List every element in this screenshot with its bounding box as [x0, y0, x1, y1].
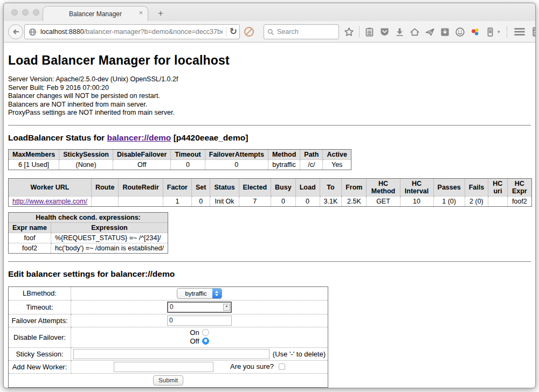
add-worker-input[interactable] — [114, 362, 213, 372]
bookmark-star-icon[interactable] — [344, 27, 354, 37]
col-failoverattempts: FailoverAttempts — [205, 149, 268, 159]
select-stepper-icon — [212, 289, 222, 298]
url-bar[interactable]: localhost:8880/balancer-manager?b=demo&n… — [24, 24, 240, 39]
url-divider — [226, 27, 226, 37]
edit-settings-heading: Edit balancer settings for balancer://de… — [8, 269, 531, 279]
number-spinner-icon[interactable]: ▲ — [223, 304, 230, 311]
browser-window: Balancer Manager × + localhost:8880/bala… — [3, 3, 536, 388]
search-icon — [267, 29, 274, 36]
reload-icon[interactable]: ↻ — [230, 27, 237, 36]
zoom-window-button[interactable] — [33, 9, 39, 16]
lbmethod-select[interactable]: bytraffic — [177, 288, 222, 299]
confirm-checkbox[interactable] — [279, 363, 285, 370]
failover-attempts-label: Failover Attempts: — [9, 314, 71, 327]
failover-off-radio[interactable] — [202, 338, 209, 345]
window-controls — [11, 9, 39, 16]
block-indicator-icon[interactable] — [244, 27, 254, 37]
failover-on-radio[interactable] — [202, 329, 209, 336]
table-row: http://www.example.com/ 1 0 Init Ok 7 0 … — [9, 196, 532, 206]
col-stickysession: StickySession — [59, 149, 113, 159]
col-path: Path — [300, 149, 323, 159]
downloads-icon[interactable] — [395, 27, 405, 37]
balancer-link[interactable]: balancer://demo — [107, 133, 171, 142]
search-bar — [264, 24, 339, 39]
send-icon[interactable] — [425, 27, 435, 37]
table-row: 6 [1 Used] (None) Off 0 0 bytraffic /c/ … — [9, 159, 351, 170]
sticky-session-input[interactable] — [73, 349, 270, 359]
menu-hamburger-icon[interactable] — [514, 27, 526, 37]
add-worker-label: Add New Worker: — [9, 360, 71, 373]
table-row: foof %{REQUEST_STATUS} =~ /^[234]/ — [9, 233, 168, 243]
worker-url-link[interactable]: http://www.example.com/ — [12, 198, 87, 205]
toolbar-separator — [359, 26, 360, 38]
col-timeout: Timeout — [171, 149, 205, 159]
col-maxmembers: MaxMembers — [9, 149, 59, 159]
disable-failover-label: Disable Failover: — [9, 327, 71, 347]
search-input[interactable] — [277, 28, 331, 36]
feedback-smiley-icon[interactable] — [455, 27, 465, 37]
pocket-icon[interactable] — [379, 27, 390, 37]
section-divider — [8, 125, 531, 126]
tab-balancer-manager[interactable]: Balancer Manager × — [43, 6, 148, 21]
balancer-settings-form: LBmethod: bytraffic Timeout: ▲ — [8, 286, 328, 388]
server-built: Server Built: Feb 9 2016 07:00:20 — [8, 84, 531, 93]
health-check-table: Health check cond. expressions: Expr nam… — [8, 212, 168, 254]
globe-icon — [29, 28, 37, 36]
page-content: Load Balancer Manager for localhost Serv… — [4, 43, 535, 388]
sticky-session-label: Sticky Session: — [9, 347, 71, 360]
page-title: Load Balancer Manager for localhost — [8, 53, 531, 68]
close-window-button[interactable] — [11, 9, 18, 16]
timeout-label: Timeout: — [9, 300, 71, 314]
confirm-label: Are you sure? — [230, 362, 274, 370]
navigation-toolbar: localhost:8880/balancer-manager?b=demo&n… — [4, 21, 535, 43]
health-table-title: Health check cond. expressions: — [9, 212, 168, 222]
clipboard-icon[interactable] — [364, 27, 375, 37]
failover-attempts-input[interactable] — [167, 316, 232, 326]
install-icon[interactable] — [440, 27, 450, 37]
off-label: Off — [190, 337, 199, 345]
tab-groups-icon[interactable] — [532, 26, 536, 37]
table-row: foof2 hc('body') =~ /domain is establish… — [9, 243, 168, 253]
section-divider — [8, 261, 531, 262]
worker-table: Worker URL Route RouteRedir Factor Set S… — [8, 178, 532, 207]
status-heading: LoadBalancer Status for balancer://demo … — [8, 133, 531, 143]
timeout-input[interactable] — [167, 302, 232, 313]
col-active: Active — [323, 149, 351, 159]
sticky-session-note: (Use '-' to delete) — [273, 350, 326, 358]
home-icon[interactable] — [410, 27, 420, 37]
col-disablefailover: DisableFailover — [113, 149, 170, 159]
notice-persist: Balancer changes will NOT be persisted o… — [8, 92, 531, 101]
balancer-status-table: MaxMembers StickySession DisableFailover… — [8, 149, 351, 170]
tab-title: Balancer Manager — [69, 10, 122, 18]
server-version: Server Version: Apache/2.5.0-dev (Unix) … — [8, 75, 531, 84]
hello-icon[interactable] — [470, 27, 480, 37]
notice-proxypass: ProxyPass settings are NOT inherited fro… — [8, 109, 531, 117]
submit-button[interactable]: Submit — [153, 375, 183, 386]
tab-close-icon[interactable]: × — [139, 9, 143, 17]
lbmethod-label: LBmethod: — [9, 286, 71, 300]
minimize-window-button[interactable] — [22, 9, 29, 16]
url-text: localhost:8880/balancer-manager?b=demo&n… — [40, 28, 223, 36]
sidebar-panel-icon[interactable] — [485, 27, 495, 37]
toolbar-separator — [507, 26, 507, 38]
tab-bar: Balancer Manager × + — [4, 3, 535, 21]
on-label: On — [190, 328, 199, 337]
new-tab-button[interactable]: + — [158, 8, 163, 19]
server-info: Server Version: Apache/2.5.0-dev (Unix) … — [8, 75, 531, 117]
col-method: Method — [268, 149, 300, 159]
back-button[interactable] — [8, 24, 23, 39]
notice-inherit: Balancers are NOT inherited from main se… — [8, 101, 531, 109]
panel-caret-icon[interactable]: ▾ — [497, 29, 500, 34]
